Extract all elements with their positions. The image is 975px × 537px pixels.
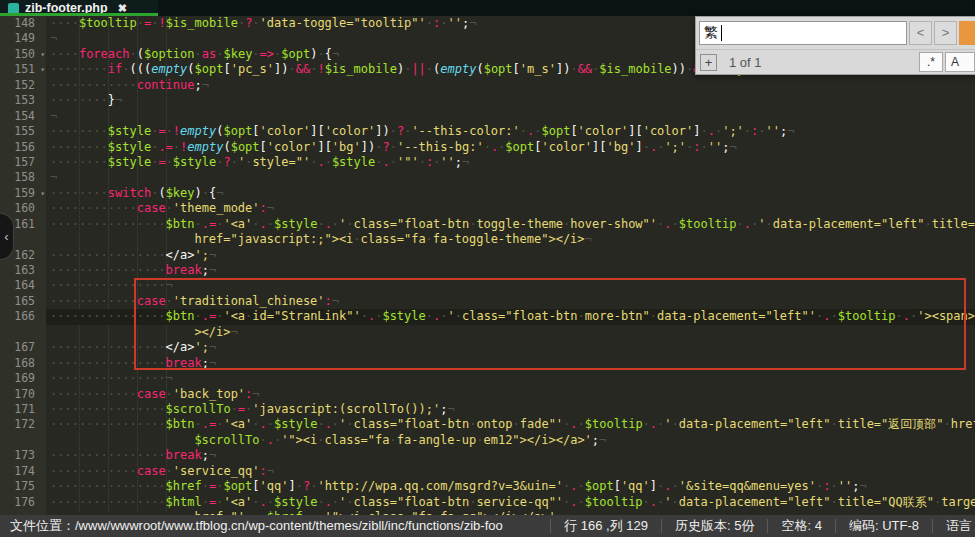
code-line[interactable]: 171················$scrollTo·=·'javascri… bbox=[0, 402, 975, 417]
code-line[interactable]: 174············case·'service_qq':¬ bbox=[0, 464, 975, 479]
code-text: ············case·'theme_mode':¬ bbox=[46, 201, 975, 216]
line-number: 151▾ bbox=[0, 62, 46, 77]
line-number: 152 bbox=[0, 78, 46, 93]
code-line[interactable]: 170············case·'back_top':¬ bbox=[0, 387, 975, 402]
code-text: ········}¬ bbox=[46, 93, 975, 108]
line-number: 158 bbox=[0, 170, 46, 185]
line-number: 171 bbox=[0, 402, 46, 417]
fold-caret-icon[interactable]: ▾ bbox=[40, 47, 45, 62]
language-setting[interactable]: 语言 bbox=[932, 519, 975, 533]
code-rows: 148····$tooltip·=·!$is_mobile·?·'data-to… bbox=[0, 16, 975, 515]
line-number: 159▾ bbox=[0, 186, 46, 201]
code-text: ················</a>';¬ bbox=[46, 248, 975, 263]
code-text: ············case·'service_qq':¬ bbox=[46, 464, 975, 479]
regex-toggle-button[interactable]: .* bbox=[919, 52, 943, 72]
line-number: 164 bbox=[0, 278, 46, 293]
code-text: ················¬ bbox=[46, 371, 975, 386]
line-number: 168 bbox=[0, 356, 46, 371]
encoding-setting[interactable]: 编码: UTF-8 bbox=[835, 519, 932, 533]
code-line[interactable]: 157········$style·=·$style·?·'·style="'·… bbox=[0, 155, 975, 170]
code-line[interactable]: 176················$html·=·'<a'·.·$style… bbox=[0, 495, 975, 510]
code-editor[interactable]: 148····$tooltip·=·!$is_mobile·?·'data-to… bbox=[0, 16, 975, 515]
status-bar: 文件位置：/www/wwwroot/www.tfblog.cn/wp-conte… bbox=[0, 515, 975, 537]
line-number: 163 bbox=[0, 263, 46, 278]
code-text: ················$btn·.=·'<a·id="StranLin… bbox=[46, 309, 975, 324]
line-number: 156 bbox=[0, 140, 46, 155]
chevron-left-icon: ‹ bbox=[4, 229, 8, 244]
code-line[interactable]: ></i>¬ bbox=[0, 325, 975, 340]
code-text: ············continue;¬ bbox=[46, 78, 975, 93]
code-text: ················$btn·.=·'<a'·.·$style·.·… bbox=[46, 417, 975, 432]
code-line[interactable]: 162················</a>';¬ bbox=[0, 248, 975, 263]
code-line[interactable]: 160············case·'theme_mode':¬ bbox=[0, 201, 975, 216]
close-icon[interactable]: ✖ bbox=[118, 2, 127, 15]
fold-caret-icon[interactable]: ▾ bbox=[40, 186, 45, 201]
toggle-replace-button[interactable]: + bbox=[700, 54, 717, 71]
code-text: ········$style·.=·!empty($opt['color']['… bbox=[46, 140, 975, 155]
spaces-setting[interactable]: 空格: 4 bbox=[767, 519, 834, 533]
history-versions[interactable]: 历史版本: 5份 bbox=[661, 519, 767, 533]
find-prev-button[interactable]: < bbox=[909, 21, 932, 45]
code-line[interactable]: 173················break;¬ bbox=[0, 448, 975, 463]
line-number: 170 bbox=[0, 387, 46, 402]
search-counter: 1 of 1 bbox=[729, 55, 762, 70]
line-number: 153 bbox=[0, 93, 46, 108]
code-text: ············case·'traditional_chinese':¬ bbox=[46, 294, 975, 309]
code-line[interactable]: 159▾········switch·($key)·{¬ bbox=[0, 186, 975, 201]
line-number: 166 bbox=[0, 309, 46, 324]
code-line[interactable]: href="javascript:;"><i·class="fa·fa-togg… bbox=[0, 232, 975, 247]
code-text: ></i>¬ bbox=[46, 325, 975, 340]
file-location-label: 文件位置： bbox=[10, 518, 75, 533]
code-line[interactable]: 168················break;¬ bbox=[0, 356, 975, 371]
code-line[interactable]: 156········$style·.=·!empty($opt['color'… bbox=[0, 140, 975, 155]
file-path: /www/wwwroot/www.tfblog.cn/wp-content/th… bbox=[75, 518, 503, 533]
line-number: 172 bbox=[0, 417, 46, 432]
code-line[interactable]: 152············continue;¬ bbox=[0, 78, 975, 93]
code-text: ················$href·=·$opt['qq']·?·'ht… bbox=[46, 479, 975, 494]
cursor-position: 行 166 ,列 129 bbox=[550, 519, 661, 533]
line-number bbox=[0, 433, 46, 448]
php-file-icon bbox=[8, 3, 19, 14]
tab-bar: zib-footer.php ✖ bbox=[0, 0, 975, 16]
line-number: 169 bbox=[0, 371, 46, 386]
text-cursor bbox=[721, 25, 722, 41]
search-input[interactable] bbox=[699, 21, 907, 45]
code-line[interactable]: 175················$href·=·$opt['qq']·?·… bbox=[0, 479, 975, 494]
code-line[interactable]: 161················$btn·.=·'<a'·.·$style… bbox=[0, 217, 975, 232]
line-number: 157 bbox=[0, 155, 46, 170]
find-next-button[interactable]: > bbox=[934, 21, 957, 45]
code-text: ················¬ bbox=[46, 278, 975, 293]
line-number: 176 bbox=[0, 495, 46, 510]
line-number: 175 bbox=[0, 479, 46, 494]
search-widget: < > + 1 of 1 .* A bbox=[695, 16, 975, 75]
line-number bbox=[0, 325, 46, 340]
code-line[interactable]: 154¬ bbox=[0, 109, 975, 124]
code-line[interactable]: 167················</a>';¬ bbox=[0, 340, 975, 355]
code-text: ········$style·=·$style·?·'·style="'·.·$… bbox=[46, 155, 975, 170]
tab-title: zib-footer.php bbox=[25, 1, 108, 15]
code-line[interactable]: 163················break;¬ bbox=[0, 263, 975, 278]
tab-zib-footer[interactable]: zib-footer.php ✖ bbox=[0, 0, 158, 16]
line-number: 148 bbox=[0, 16, 46, 31]
code-line[interactable]: 158¬ bbox=[0, 170, 975, 185]
sidebar-collapse-handle[interactable]: ‹ bbox=[0, 213, 14, 260]
line-number: 173 bbox=[0, 448, 46, 463]
line-number: 165 bbox=[0, 294, 46, 309]
case-toggle-button[interactable]: A bbox=[945, 52, 975, 72]
code-line[interactable]: 164················¬ bbox=[0, 278, 975, 293]
line-number: 149 bbox=[0, 31, 46, 46]
code-line[interactable]: 155········$style·=·!empty($opt['color']… bbox=[0, 124, 975, 139]
code-line[interactable]: $scrollTo·.·'"><i·class="fa·fa-angle-up·… bbox=[0, 433, 975, 448]
code-line[interactable]: 172················$btn·.=·'<a'·.·$style… bbox=[0, 417, 975, 432]
code-line[interactable]: 153········}¬ bbox=[0, 93, 975, 108]
code-text: ¬ bbox=[46, 109, 975, 124]
fold-caret-icon[interactable]: ▾ bbox=[40, 62, 45, 77]
code-text: ········switch·($key)·{¬ bbox=[46, 186, 975, 201]
code-text: $scrollTo·.·'"><i·class="fa·fa-angle-up·… bbox=[46, 433, 975, 448]
code-text: ¬ bbox=[46, 170, 975, 185]
search-extra-button[interactable] bbox=[959, 21, 975, 45]
code-text: ················break;¬ bbox=[46, 356, 975, 371]
code-line[interactable]: 169················¬ bbox=[0, 371, 975, 386]
code-line[interactable]: 165············case·'traditional_chinese… bbox=[0, 294, 975, 309]
code-line[interactable]: 166················$btn·.=·'<a·id="Stran… bbox=[0, 309, 975, 324]
